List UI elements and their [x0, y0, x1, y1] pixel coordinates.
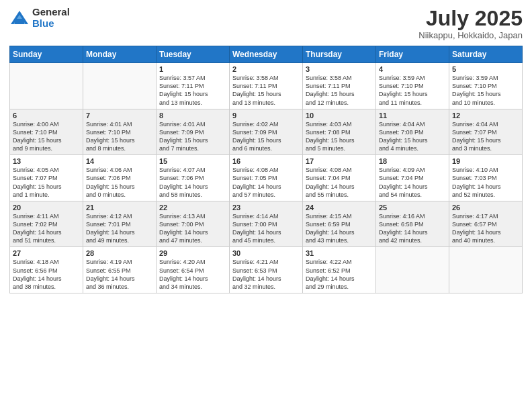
logo-icon: [9, 8, 30, 28]
day-info: Sunrise: 4:05 AM Sunset: 7:07 PM Dayligh…: [13, 166, 80, 199]
calendar-cell: 8Sunrise: 4:01 AM Sunset: 7:09 PM Daylig…: [157, 109, 230, 155]
day-number: 28: [86, 249, 153, 257]
calendar-cell: 19Sunrise: 4:10 AM Sunset: 7:03 PM Dayli…: [449, 155, 523, 201]
calendar-cell: 5Sunrise: 3:59 AM Sunset: 7:10 PM Daylig…: [449, 63, 523, 109]
day-number: 2: [232, 65, 300, 73]
day-info: Sunrise: 4:16 AM Sunset: 6:58 PM Dayligh…: [379, 212, 446, 245]
calendar-week-row: 27Sunrise: 4:18 AM Sunset: 6:56 PM Dayli…: [10, 247, 523, 293]
day-info: Sunrise: 4:06 AM Sunset: 7:06 PM Dayligh…: [86, 166, 153, 199]
calendar-week-row: 13Sunrise: 4:05 AM Sunset: 7:07 PM Dayli…: [10, 155, 523, 201]
day-info: Sunrise: 4:20 AM Sunset: 6:54 PM Dayligh…: [159, 258, 226, 291]
calendar-cell: 15Sunrise: 4:07 AM Sunset: 7:06 PM Dayli…: [157, 155, 230, 201]
day-number: 4: [379, 65, 446, 73]
calendar-day-header: Saturday: [449, 46, 523, 63]
day-number: 23: [232, 203, 300, 212]
calendar-cell: 25Sunrise: 4:16 AM Sunset: 6:58 PM Dayli…: [376, 201, 449, 247]
day-number: 9: [232, 111, 300, 120]
day-number: 8: [159, 111, 226, 120]
header: General Blue July 2025 Niikappu, Hokkaid…: [9, 7, 523, 40]
calendar-week-row: 6Sunrise: 4:00 AM Sunset: 7:10 PM Daylig…: [10, 109, 523, 155]
calendar-cell: 7Sunrise: 4:01 AM Sunset: 7:10 PM Daylig…: [83, 109, 157, 155]
day-number: 31: [306, 249, 373, 257]
logo-blue: Blue: [32, 18, 70, 30]
day-number: 17: [306, 157, 373, 165]
calendar-day-header: Wednesday: [230, 46, 303, 63]
day-info: Sunrise: 4:01 AM Sunset: 7:10 PM Dayligh…: [86, 120, 153, 153]
day-info: Sunrise: 4:04 AM Sunset: 7:08 PM Dayligh…: [379, 120, 446, 153]
logo: General Blue: [9, 7, 70, 29]
day-number: 30: [232, 249, 300, 257]
day-number: 18: [379, 157, 446, 165]
calendar-cell: [10, 63, 83, 109]
day-info: Sunrise: 4:00 AM Sunset: 7:10 PM Dayligh…: [13, 120, 80, 153]
day-info: Sunrise: 4:03 AM Sunset: 7:08 PM Dayligh…: [306, 120, 373, 153]
day-number: 11: [379, 111, 446, 120]
calendar-cell: [376, 247, 449, 293]
calendar-cell: 21Sunrise: 4:12 AM Sunset: 7:01 PM Dayli…: [83, 201, 157, 247]
svg-rect-2: [15, 19, 24, 24]
day-number: 5: [452, 65, 519, 73]
calendar-day-header: Thursday: [303, 46, 376, 63]
day-number: 12: [452, 111, 519, 120]
calendar: SundayMondayTuesdayWednesdayThursdayFrid…: [9, 46, 523, 293]
calendar-cell: 22Sunrise: 4:13 AM Sunset: 7:00 PM Dayli…: [157, 201, 230, 247]
day-info: Sunrise: 4:21 AM Sunset: 6:53 PM Dayligh…: [232, 258, 300, 291]
subtitle: Niikappu, Hokkaido, Japan: [418, 30, 523, 40]
day-number: 15: [159, 157, 226, 165]
day-info: Sunrise: 3:58 AM Sunset: 7:11 PM Dayligh…: [232, 74, 300, 107]
day-info: Sunrise: 3:58 AM Sunset: 7:11 PM Dayligh…: [306, 74, 373, 107]
calendar-cell: 28Sunrise: 4:19 AM Sunset: 6:55 PM Dayli…: [83, 247, 157, 293]
day-number: 21: [86, 203, 153, 212]
day-info: Sunrise: 4:13 AM Sunset: 7:00 PM Dayligh…: [159, 212, 226, 245]
day-info: Sunrise: 4:18 AM Sunset: 6:56 PM Dayligh…: [13, 258, 80, 291]
day-number: 14: [86, 157, 153, 165]
day-info: Sunrise: 4:09 AM Sunset: 7:04 PM Dayligh…: [379, 166, 446, 199]
calendar-week-row: 1Sunrise: 3:57 AM Sunset: 7:11 PM Daylig…: [10, 63, 523, 109]
day-number: 19: [452, 157, 519, 165]
day-info: Sunrise: 4:08 AM Sunset: 7:05 PM Dayligh…: [232, 166, 300, 199]
calendar-header-row: SundayMondayTuesdayWednesdayThursdayFrid…: [10, 46, 523, 63]
calendar-cell: 3Sunrise: 3:58 AM Sunset: 7:11 PM Daylig…: [303, 63, 376, 109]
day-number: 25: [379, 203, 446, 212]
calendar-cell: 12Sunrise: 4:04 AM Sunset: 7:07 PM Dayli…: [449, 109, 523, 155]
day-info: Sunrise: 4:19 AM Sunset: 6:55 PM Dayligh…: [86, 258, 153, 291]
day-info: Sunrise: 4:15 AM Sunset: 6:59 PM Dayligh…: [306, 212, 373, 245]
day-number: 27: [13, 249, 80, 257]
calendar-cell: 26Sunrise: 4:17 AM Sunset: 6:57 PM Dayli…: [449, 201, 523, 247]
day-number: 24: [306, 203, 373, 212]
day-info: Sunrise: 4:17 AM Sunset: 6:57 PM Dayligh…: [452, 212, 519, 245]
day-info: Sunrise: 4:10 AM Sunset: 7:03 PM Dayligh…: [452, 166, 519, 199]
day-info: Sunrise: 4:07 AM Sunset: 7:06 PM Dayligh…: [159, 166, 226, 199]
calendar-cell: 23Sunrise: 4:14 AM Sunset: 7:00 PM Dayli…: [230, 201, 303, 247]
calendar-cell: 18Sunrise: 4:09 AM Sunset: 7:04 PM Dayli…: [376, 155, 449, 201]
calendar-cell: 6Sunrise: 4:00 AM Sunset: 7:10 PM Daylig…: [10, 109, 83, 155]
calendar-cell: [449, 247, 523, 293]
day-info: Sunrise: 4:11 AM Sunset: 7:02 PM Dayligh…: [13, 212, 80, 245]
logo-general: General: [32, 7, 70, 18]
day-number: 13: [13, 157, 80, 165]
main-title: July 2025: [418, 7, 523, 30]
calendar-week-row: 20Sunrise: 4:11 AM Sunset: 7:02 PM Dayli…: [10, 201, 523, 247]
day-info: Sunrise: 4:08 AM Sunset: 7:04 PM Dayligh…: [306, 166, 373, 199]
day-number: 20: [13, 203, 80, 212]
day-number: 29: [159, 249, 226, 257]
day-info: Sunrise: 4:22 AM Sunset: 6:52 PM Dayligh…: [306, 258, 373, 291]
calendar-cell: 1Sunrise: 3:57 AM Sunset: 7:11 PM Daylig…: [157, 63, 230, 109]
day-info: Sunrise: 3:59 AM Sunset: 7:10 PM Dayligh…: [452, 74, 519, 107]
day-number: 1: [159, 65, 226, 73]
day-number: 22: [159, 203, 226, 212]
day-info: Sunrise: 4:04 AM Sunset: 7:07 PM Dayligh…: [452, 120, 519, 153]
calendar-cell: 2Sunrise: 3:58 AM Sunset: 7:11 PM Daylig…: [230, 63, 303, 109]
calendar-cell: 13Sunrise: 4:05 AM Sunset: 7:07 PM Dayli…: [10, 155, 83, 201]
calendar-cell: 11Sunrise: 4:04 AM Sunset: 7:08 PM Dayli…: [376, 109, 449, 155]
calendar-cell: 9Sunrise: 4:02 AM Sunset: 7:09 PM Daylig…: [230, 109, 303, 155]
calendar-cell: 31Sunrise: 4:22 AM Sunset: 6:52 PM Dayli…: [303, 247, 376, 293]
day-info: Sunrise: 4:12 AM Sunset: 7:01 PM Dayligh…: [86, 212, 153, 245]
calendar-cell: 17Sunrise: 4:08 AM Sunset: 7:04 PM Dayli…: [303, 155, 376, 201]
calendar-day-header: Monday: [83, 46, 157, 63]
calendar-cell: 27Sunrise: 4:18 AM Sunset: 6:56 PM Dayli…: [10, 247, 83, 293]
calendar-cell: 29Sunrise: 4:20 AM Sunset: 6:54 PM Dayli…: [157, 247, 230, 293]
day-number: 16: [232, 157, 300, 165]
day-number: 10: [306, 111, 373, 120]
page: General Blue July 2025 Niikappu, Hokkaid…: [0, 0, 532, 411]
